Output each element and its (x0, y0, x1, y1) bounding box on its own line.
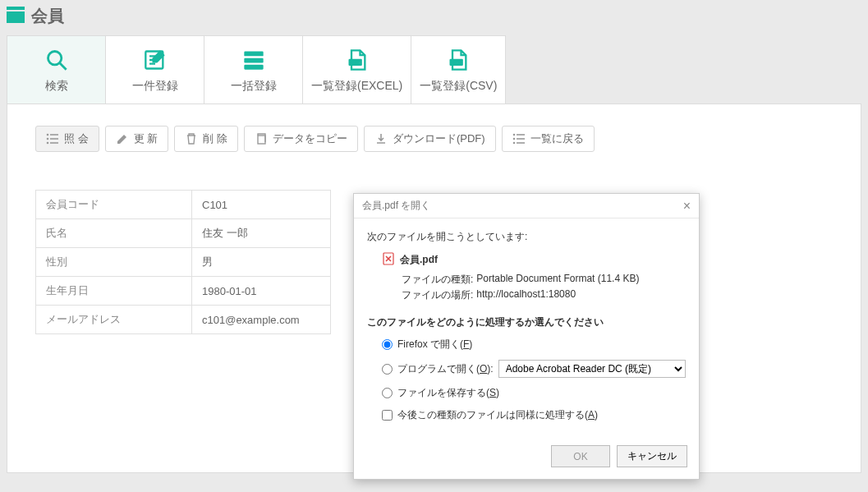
svg-point-19 (512, 134, 515, 136)
filesource-label: ファイルの場所: (402, 288, 473, 302)
th-name: 氏名 (36, 219, 192, 248)
table-row: 会員コードC101 (36, 191, 331, 219)
button-label: 更 新 (134, 131, 158, 146)
download-pdf-button[interactable]: ダウンロード(PDF) (364, 126, 496, 152)
radio-label: Firefox で開く(F) (397, 338, 472, 352)
tab-single-register[interactable]: 一件登録 (106, 36, 204, 103)
tab-label: 一括登録 (209, 79, 297, 94)
radio-label: プログラムで開く(O): (397, 362, 494, 376)
svg-rect-15 (50, 138, 58, 140)
svg-rect-20 (517, 134, 525, 136)
svg-point-2 (48, 52, 61, 65)
trash-icon (185, 132, 198, 145)
radio-open-firefox-input[interactable] (382, 339, 393, 350)
tab-label: 一覧登録(CSV) (420, 79, 497, 94)
svg-rect-7 (244, 65, 263, 70)
close-icon[interactable]: × (683, 200, 691, 213)
remember-checkbox-row[interactable]: 今後この種類のファイルは同様に処理する(A) (382, 408, 686, 422)
xls-icon: XLS (311, 48, 402, 72)
svg-rect-5 (244, 52, 263, 57)
dialog-intro: 次のファイルを開こうとしています: (367, 230, 686, 244)
table-row: メールアドレスc101@example.com (36, 306, 331, 334)
radio-save-file[interactable]: ファイルを保存する(S) (382, 386, 686, 400)
radio-label: ファイルを保存する(S) (397, 386, 499, 400)
file-open-dialog: 会員.pdf を開く × 次のファイルを開こうとしています: 会員.pdf ファ… (353, 193, 700, 480)
cancel-button[interactable]: キャンセル (617, 445, 687, 467)
tab-list-register-csv[interactable]: CSV 一覧登録(CSV) (411, 36, 505, 103)
radio-open-program-row: プログラムで開く(O): Adobe Acrobat Reader DC (既定… (382, 360, 686, 378)
th-member-code: 会員コード (36, 191, 192, 219)
svg-rect-13 (50, 134, 58, 136)
dialog-question: このファイルをどのように処理するか選んでください (367, 315, 686, 329)
svg-point-21 (512, 138, 515, 140)
button-label: 削 除 (203, 131, 227, 146)
button-label: データをコピー (273, 131, 347, 146)
button-label: 照 会 (64, 131, 89, 146)
program-select[interactable]: Adobe Acrobat Reader DC (既定) (498, 360, 686, 378)
table-row: 生年月日1980-01-01 (36, 277, 331, 306)
th-birthday: 生年月日 (36, 277, 192, 306)
search-icon (12, 48, 100, 72)
toolbar: 照 会 更 新 削 除 データをコピー ダウンロード(PDF) 一覧に戻る (35, 126, 833, 152)
tab-bar: 検索 一件登録 一括登録 XLS 一覧登録(EXCEL) CSV 一覧登録(CS… (7, 35, 506, 103)
td-member-code: C101 (192, 191, 331, 219)
ok-button[interactable]: OK (551, 445, 610, 467)
svg-rect-17 (50, 142, 58, 144)
svg-point-23 (512, 142, 515, 145)
list-icon (46, 132, 59, 145)
remember-checkbox[interactable] (382, 410, 393, 421)
radio-open-firefox[interactable]: Firefox で開く(F) (382, 338, 686, 352)
radio-save-file-input[interactable] (382, 388, 393, 398)
radio-open-program-input[interactable] (382, 364, 393, 375)
svg-text:XLS: XLS (351, 60, 360, 65)
svg-rect-6 (244, 58, 263, 63)
tab-list-register-excel[interactable]: XLS 一覧登録(EXCEL) (303, 36, 411, 103)
filesource-value: http://localhost1:18080 (476, 288, 576, 302)
svg-line-3 (59, 63, 66, 70)
table-row: 氏名住友 一郎 (36, 219, 331, 248)
delete-button[interactable]: 削 除 (174, 126, 238, 152)
view-button[interactable]: 照 会 (35, 126, 99, 152)
checkbox-label: 今後この種類のファイルは同様に処理する(A) (397, 408, 598, 422)
edit-icon (111, 48, 199, 72)
svg-point-12 (47, 134, 49, 136)
dialog-filename: 会員.pdf (400, 253, 438, 267)
th-email: メールアドレス (36, 306, 192, 334)
tab-label: 検索 (12, 79, 100, 94)
th-gender: 性別 (36, 248, 192, 277)
filetype-value: Portable Document Format (11.4 KB) (476, 273, 639, 287)
svg-rect-24 (517, 142, 525, 144)
button-label: ダウンロード(PDF) (393, 131, 485, 146)
svg-rect-22 (517, 138, 525, 140)
copy-data-button[interactable]: データをコピー (244, 126, 358, 152)
tab-bulk-register[interactable]: 一括登録 (204, 36, 303, 103)
button-label: 一覧に戻る (530, 131, 584, 146)
table-row: 性別男 (36, 248, 331, 277)
stack-icon (209, 48, 297, 72)
td-gender: 男 (192, 248, 331, 277)
page-title: 会員 (31, 5, 64, 27)
tab-search[interactable]: 検索 (7, 36, 106, 103)
back-to-list-button[interactable]: 一覧に戻る (502, 126, 595, 152)
copy-icon (255, 132, 268, 145)
csv-icon: CSV (420, 48, 497, 72)
download-icon (374, 132, 388, 145)
svg-point-14 (47, 138, 49, 140)
details-table: 会員コードC101 氏名住友 一郎 性別男 生年月日1980-01-01 メール… (35, 190, 331, 334)
td-name: 住友 一郎 (192, 219, 331, 248)
svg-rect-1 (7, 11, 25, 23)
td-birthday: 1980-01-01 (192, 277, 331, 306)
svg-rect-18 (258, 136, 265, 144)
dialog-titlebar: 会員.pdf を開く × (354, 194, 699, 218)
svg-rect-0 (7, 7, 25, 10)
list-icon (512, 132, 526, 145)
tab-label: 一覧登録(EXCEL) (311, 79, 402, 94)
pdf-icon (382, 252, 395, 268)
svg-point-16 (47, 142, 49, 145)
td-email: c101@example.com (192, 306, 331, 334)
page-header: 会員 (7, 5, 861, 27)
window-icon (7, 7, 25, 25)
update-button[interactable]: 更 新 (105, 126, 169, 152)
dialog-title-text: 会員.pdf を開く (362, 199, 430, 213)
filetype-label: ファイルの種類: (402, 273, 473, 287)
